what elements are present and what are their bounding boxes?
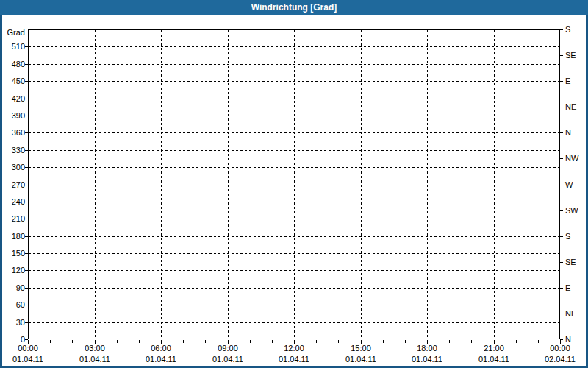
y-right-axis-tick	[560, 185, 563, 185]
y-axis-tick	[25, 132, 28, 133]
y-axis-tick-label: 300	[0, 163, 25, 171]
x-axis-minor-tick	[50, 340, 51, 343]
y-axis-tick	[25, 185, 28, 185]
y-axis-tick	[25, 305, 28, 305]
x-axis-time-label: 00:00	[4, 344, 51, 353]
compass-label: SE	[565, 258, 576, 266]
y-axis-tick	[25, 99, 28, 99]
y-axis-tick	[25, 322, 28, 323]
y-right-axis-tick	[560, 107, 563, 107]
x-gridline	[427, 30, 428, 339]
y-axis-tick	[25, 116, 28, 116]
y-axis-tick-label: 480	[0, 60, 25, 68]
chart-window: Windrichtung [Grad] 03060901201501802102…	[0, 0, 588, 368]
y-right-axis-tick	[560, 314, 563, 314]
compass-label: E	[565, 77, 570, 85]
x-axis-minor-tick	[538, 340, 539, 343]
compass-label: N	[565, 335, 571, 344]
x-axis-minor-tick	[250, 340, 251, 343]
y-axis-tick-label: 270	[0, 180, 25, 189]
y-axis-tick	[25, 253, 28, 254]
y-axis-tick-label: 180	[0, 232, 25, 241]
x-axis-time-label: 06:00	[137, 344, 184, 353]
y-right-axis-tick	[560, 288, 563, 289]
y-axis-tick-label: 510	[0, 42, 25, 51]
y-right-axis-tick	[560, 236, 563, 237]
compass-label: SE	[565, 51, 576, 60]
compass-label: N	[565, 128, 571, 137]
x-axis-time-label: 18:00	[404, 344, 451, 353]
y-axis-tick-label: 450	[0, 77, 25, 85]
y-axis-tick-label: 120	[0, 266, 25, 275]
x-axis-time-label: 21:00	[470, 344, 517, 353]
x-axis-minor-tick	[72, 340, 73, 343]
y-axis-tick	[25, 46, 28, 47]
x-axis-time-label: 03:00	[71, 344, 118, 353]
compass-label: S	[565, 232, 570, 241]
y-axis-tick-label: 0	[0, 335, 25, 344]
compass-label: NE	[565, 102, 576, 111]
compass-label: E	[565, 283, 570, 292]
x-axis-minor-tick	[338, 340, 339, 343]
x-axis-date-label: 01.04.11	[137, 355, 184, 364]
x-axis-minor-tick	[316, 340, 317, 343]
x-gridline	[294, 30, 295, 339]
y-axis-tick	[25, 202, 28, 202]
y-right-axis-tick	[560, 262, 563, 263]
y-axis-tick-label: 360	[0, 128, 25, 137]
window-title-bar: Windrichtung [Grad]	[0, 0, 588, 15]
x-axis-date-label: 01.04.11	[4, 355, 51, 364]
y-axis-tick-label: 390	[0, 111, 25, 120]
x-gridline	[361, 30, 362, 339]
y-axis-tick-label: 210	[0, 214, 25, 223]
x-axis-minor-tick	[139, 340, 140, 343]
window-title: Windrichtung [Grad]	[251, 2, 337, 13]
x-axis-date-label: 01.04.11	[470, 355, 517, 364]
x-axis-time-label: 15:00	[337, 344, 384, 353]
y-axis-tick	[25, 236, 28, 237]
y-axis-tick	[25, 288, 28, 289]
x-axis-minor-tick	[449, 340, 450, 343]
y-axis-tick	[25, 167, 28, 168]
x-axis-minor-tick	[183, 340, 184, 343]
x-axis-date-label: 02.04.11	[537, 355, 584, 364]
y-axis-tick-label: 60	[0, 300, 25, 309]
x-axis-minor-tick	[471, 340, 472, 343]
x-axis-minor-tick	[516, 340, 517, 343]
y-axis-tick-label: 30	[0, 318, 25, 327]
y-axis-tick	[25, 270, 28, 271]
y-right-axis-tick	[560, 81, 563, 82]
y-axis-tick-label: 420	[0, 94, 25, 103]
x-axis-date-label: 01.04.11	[404, 355, 451, 364]
y-axis-tick-label: 150	[0, 249, 25, 258]
x-axis-date-label: 01.04.11	[204, 355, 251, 364]
x-axis-minor-tick	[205, 340, 206, 343]
y-axis-tick	[25, 81, 28, 82]
y-axis-tick	[25, 150, 28, 151]
y-axis-unit-label: Grad	[0, 28, 25, 37]
compass-label: NW	[565, 154, 578, 163]
compass-label: W	[565, 180, 573, 189]
y-axis-tick	[25, 219, 28, 219]
y-axis-tick-label: 90	[0, 283, 25, 292]
x-axis-date-label: 01.04.11	[270, 355, 318, 364]
x-axis-minor-tick	[117, 340, 118, 343]
compass-label: S	[565, 25, 570, 34]
x-gridline	[228, 30, 229, 339]
y-axis-tick	[25, 64, 28, 65]
x-gridline	[161, 30, 162, 339]
x-gridline	[95, 30, 96, 339]
x-axis-time-label: 00:00	[537, 344, 584, 353]
x-axis-minor-tick	[272, 340, 273, 343]
x-axis-time-label: 12:00	[270, 344, 318, 353]
y-right-axis-tick	[560, 132, 563, 133]
y-right-axis-tick	[560, 210, 563, 211]
compass-label: SW	[565, 206, 578, 215]
y-right-axis-tick	[560, 158, 563, 159]
x-axis-minor-tick	[405, 340, 406, 343]
y-right-axis-tick	[560, 55, 563, 56]
compass-label: NE	[565, 309, 576, 318]
x-gridline	[494, 30, 495, 339]
y-axis-tick-label: 330	[0, 146, 25, 155]
x-axis-time-label: 09:00	[204, 344, 251, 353]
